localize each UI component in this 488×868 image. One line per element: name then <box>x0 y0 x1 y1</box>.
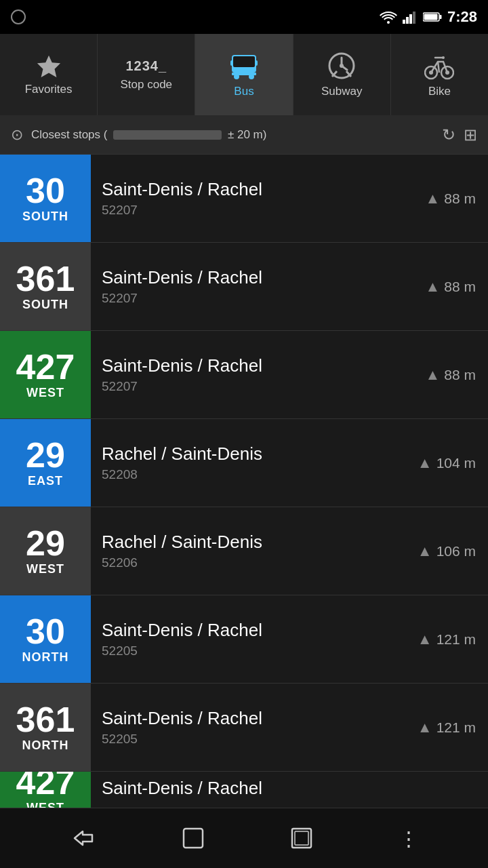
route-badge: 30SOUTH <box>0 155 91 242</box>
stop-row[interactable]: 29EASTRachel / Saint-Denis52208▲104 m <box>0 419 488 507</box>
gps-icon: ⊙ <box>11 126 23 144</box>
tab-bar: Favorites 1234_ Stop code Bus Subway <box>0 34 488 115</box>
status-time: 7:28 <box>447 8 477 26</box>
route-number: 29 <box>26 437 65 473</box>
svg-rect-4 <box>413 12 415 24</box>
stop-info: Saint-Denis / Rachel52205 <box>91 684 400 771</box>
route-badge: 361SOUTH <box>0 243 91 330</box>
stop-distance: ▲88 m <box>400 243 488 330</box>
tab-stopcode[interactable]: 1234_ Stop code <box>98 34 195 115</box>
more-button[interactable]: ⋮ <box>399 827 419 850</box>
route-direction: EAST <box>28 474 63 488</box>
stop-name: Rachel / Saint-Denis <box>102 443 389 465</box>
stop-distance: ▲88 m <box>400 331 488 418</box>
svg-marker-8 <box>37 56 60 77</box>
svg-rect-6 <box>424 14 437 20</box>
stop-name: Rachel / Saint-Denis <box>102 532 389 553</box>
home-button[interactable] <box>181 826 205 850</box>
stop-info: Saint-Denis / Rachel52205 <box>91 595 400 683</box>
route-number: 361 <box>16 702 75 737</box>
stop-row[interactable]: 361SOUTHSaint-Denis / Rachel52207▲88 m <box>0 243 488 331</box>
stop-info: Saint-Denis / Rachel52207 <box>91 243 400 330</box>
stop-row[interactable]: 427WESTSaint-Denis / Rachel52207▲88 m <box>0 331 488 419</box>
route-badge: 29EAST <box>0 419 91 507</box>
svg-rect-25 <box>295 831 308 845</box>
tab-bus-label: Bus <box>234 85 253 98</box>
toolbar: ⊙ Closest stops ( ± 20 m) ↻ ⊞ <box>0 115 488 155</box>
stop-code: 52207 <box>102 203 389 218</box>
recents-button[interactable] <box>289 826 314 850</box>
stop-distance <box>400 772 488 808</box>
gps-status-icon <box>11 9 26 24</box>
stop-code: 52206 <box>102 555 389 570</box>
stop-code: 52205 <box>102 644 389 658</box>
stop-distance: ▲121 m <box>400 595 488 683</box>
svg-rect-15 <box>255 60 258 66</box>
route-number: 30 <box>26 614 65 649</box>
stop-row[interactable]: 29WESTRachel / Saint-Denis52206▲106 m <box>0 507 488 595</box>
svg-rect-23 <box>184 829 203 848</box>
stop-distance: ▲88 m <box>400 155 488 242</box>
distance-value: 88 m <box>444 367 476 383</box>
stop-code: 52208 <box>102 467 389 482</box>
refresh-button[interactable]: ↻ <box>442 125 455 144</box>
tab-favorites-label: Favorites <box>25 83 73 96</box>
subway-icon <box>327 51 357 81</box>
tab-bus[interactable]: Bus <box>195 34 293 115</box>
svg-rect-2 <box>406 17 409 24</box>
stop-distance: ▲104 m <box>400 419 488 507</box>
stop-distance: ▲106 m <box>400 507 488 595</box>
route-badge: 29WEST <box>0 507 91 595</box>
route-direction: WEST <box>26 801 64 808</box>
tab-bike[interactable]: Bike <box>391 34 488 115</box>
stop-info: Rachel / Saint-Denis52206 <box>91 507 400 595</box>
tab-subway[interactable]: Subway <box>293 34 391 115</box>
stop-list: 30SOUTHSaint-Denis / Rachel52207▲88 m361… <box>0 155 488 808</box>
route-number: 30 <box>26 173 65 208</box>
distance-value: 121 m <box>436 631 476 648</box>
route-direction: WEST <box>26 562 64 576</box>
route-direction: SOUTH <box>22 298 68 312</box>
svg-point-17 <box>340 64 344 68</box>
distance-value: 88 m <box>444 191 476 207</box>
direction-arrow-icon: ▲ <box>418 631 432 648</box>
route-direction: SOUTH <box>22 210 68 224</box>
route-number: 361 <box>16 261 75 296</box>
star-icon <box>36 53 62 79</box>
svg-point-13 <box>249 74 254 79</box>
stop-row[interactable]: 427WESTSaint-Denis / Rachel <box>0 772 488 808</box>
stop-name: Saint-Denis / Rachel <box>102 179 389 200</box>
stop-name: Saint-Denis / Rachel <box>102 267 389 288</box>
stop-code: 52207 <box>102 291 389 306</box>
status-right: 7:28 <box>380 8 477 26</box>
stop-row[interactable]: 30NORTHSaint-Denis / Rachel52205▲121 m <box>0 595 488 684</box>
back-button[interactable] <box>69 828 96 848</box>
direction-arrow-icon: ▲ <box>418 454 432 472</box>
nav-bar: ⋮ <box>0 808 488 868</box>
direction-arrow-icon: ▲ <box>418 542 432 560</box>
direction-arrow-icon: ▲ <box>426 366 441 384</box>
svg-rect-10 <box>233 56 255 67</box>
bus-icon <box>229 51 259 81</box>
svg-rect-3 <box>409 14 412 24</box>
svg-rect-1 <box>403 20 405 24</box>
stop-info: Saint-Denis / Rachel52207 <box>91 331 400 418</box>
stop-info: Saint-Denis / Rachel52207 <box>91 155 400 242</box>
svg-rect-14 <box>230 60 233 66</box>
route-badge: 361NORTH <box>0 684 91 771</box>
stop-info: Saint-Denis / Rachel <box>91 772 400 808</box>
toolbar-label: Closest stops ( ± 20 m) <box>31 128 434 142</box>
stop-name: Saint-Denis / Rachel <box>102 620 389 641</box>
stop-name: Saint-Denis / Rachel <box>102 355 389 376</box>
wifi-icon <box>380 10 397 24</box>
stop-row[interactable]: 361NORTHSaint-Denis / Rachel52205▲121 m <box>0 684 488 772</box>
grid-view-button[interactable]: ⊞ <box>464 125 477 144</box>
stop-code: 52205 <box>102 732 389 747</box>
stop-distance: ▲121 m <box>400 684 488 771</box>
tab-stopcode-code: 1234_ <box>125 58 167 74</box>
tab-favorites[interactable]: Favorites <box>0 34 98 115</box>
status-left <box>11 9 26 24</box>
status-bar: 7:28 <box>0 0 488 34</box>
svg-point-22 <box>442 56 445 59</box>
stop-row[interactable]: 30SOUTHSaint-Denis / Rachel52207▲88 m <box>0 155 488 243</box>
